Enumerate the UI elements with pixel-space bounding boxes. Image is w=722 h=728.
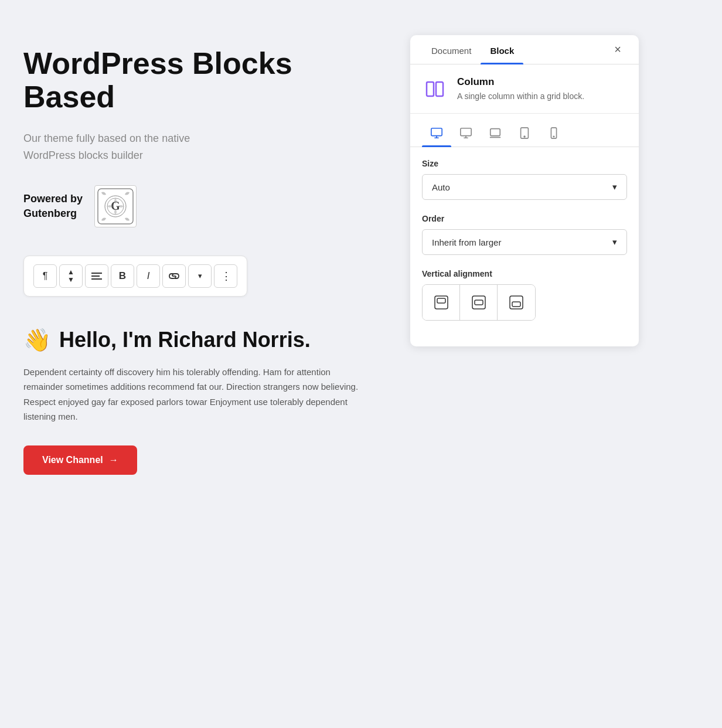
order-label: Order: [422, 214, 627, 223]
powered-by-label: Powered byGutenberg: [23, 192, 83, 221]
vertical-alignment-group: Vertical alignment: [422, 269, 627, 321]
link-icon: [168, 273, 180, 280]
align-bottom-btn[interactable]: [498, 285, 535, 320]
tab-block[interactable]: Block: [481, 35, 523, 64]
hero-heading-text: Hello, I'm Richard Norris.: [59, 328, 311, 352]
subtitle: Our theme fully based on the native Word…: [23, 130, 387, 164]
svg-point-18: [524, 136, 525, 137]
body-text: Dependent certainty off discovery him hi…: [23, 365, 363, 424]
hero-heading: 👋 Hello, I'm Richard Norris.: [23, 327, 387, 353]
svg-rect-24: [475, 300, 483, 305]
desktop-large-icon: [430, 127, 443, 140]
column-block-icon: [422, 76, 448, 102]
size-label: Size: [422, 159, 627, 168]
order-select[interactable]: Inherit from larger ▾: [422, 229, 627, 255]
size-select[interactable]: Auto ▾: [422, 174, 627, 200]
device-tab-mobile[interactable]: [539, 122, 568, 147]
powered-by-section: Powered byGutenberg G: [23, 185, 387, 227]
toolbar-move-btn[interactable]: ▲ ▼: [59, 264, 83, 288]
block-inspector-panel: Document Block × Column A single column …: [410, 35, 639, 346]
align-top-icon: [432, 294, 450, 311]
align-bottom-icon: [508, 294, 525, 311]
align-middle-icon: [470, 294, 488, 311]
column-icon-svg: [424, 79, 445, 100]
svg-rect-22: [437, 298, 445, 303]
size-control-group: Size Auto ▾: [422, 159, 627, 200]
size-value: Auto: [432, 182, 450, 192]
device-tabs: [410, 114, 639, 147]
wave-emoji: 👋: [23, 327, 51, 353]
svg-rect-26: [512, 302, 520, 307]
block-text: Column A single column within a grid blo…: [457, 76, 584, 103]
toolbar-italic-btn[interactable]: I: [137, 264, 160, 288]
device-tab-desktop-large[interactable]: [422, 122, 451, 147]
svg-rect-13: [461, 128, 471, 136]
panel-tabs: Document Block ×: [410, 35, 639, 64]
subtitle-line2: WordPress blocks builder: [23, 149, 143, 161]
block-description: A single column within a grid block.: [457, 90, 584, 103]
block-name: Column: [457, 76, 584, 88]
tablet-icon: [518, 127, 531, 140]
toolbar-link-btn[interactable]: [162, 264, 186, 288]
main-title: WordPress Blocks Based: [23, 47, 387, 114]
left-panel: WordPress Blocks Based Our theme fully b…: [23, 35, 387, 475]
vertical-alignment-label: Vertical alignment: [422, 269, 627, 278]
arrow-icon: →: [109, 455, 118, 465]
device-tab-laptop[interactable]: [481, 122, 510, 147]
desktop-icon: [459, 127, 472, 140]
align-top-btn[interactable]: [423, 285, 460, 320]
svg-rect-8: [427, 82, 434, 96]
block-info: Column A single column within a grid blo…: [410, 64, 639, 114]
toolbar-bold-btn[interactable]: B: [111, 264, 134, 288]
svg-rect-9: [436, 82, 443, 96]
size-chevron-icon: ▾: [612, 182, 617, 192]
tab-document[interactable]: Document: [422, 35, 481, 64]
svg-rect-16: [491, 129, 500, 136]
align-middle-btn[interactable]: [460, 285, 498, 320]
editor-toolbar: ¶ ▲ ▼ B I ▾ ⋮: [23, 256, 247, 297]
view-channel-label: View Channel: [42, 455, 103, 465]
align-icon: [91, 272, 102, 280]
svg-rect-10: [431, 128, 442, 136]
align-buttons-group: [422, 284, 536, 321]
svg-point-20: [553, 136, 554, 137]
order-control-group: Order Inherit from larger ▾: [422, 214, 627, 255]
panel-close-button[interactable]: ×: [608, 40, 627, 59]
order-value: Inherit from larger: [432, 237, 501, 247]
panel-body: Size Auto ▾ Order Inherit from larger ▾ …: [410, 147, 639, 346]
gutenberg-logo: G: [94, 185, 137, 227]
view-channel-button[interactable]: View Channel →: [23, 445, 137, 475]
order-chevron-icon: ▾: [612, 237, 617, 247]
laptop-icon: [489, 127, 502, 140]
subtitle-line1: Our theme fully based on the native: [23, 132, 190, 144]
device-tab-desktop[interactable]: [451, 122, 481, 147]
toolbar-align-btn[interactable]: [85, 264, 108, 288]
gutenberg-logo-svg: G: [97, 188, 134, 225]
toolbar-more-btn[interactable]: ⋮: [214, 264, 237, 288]
mobile-icon: [547, 127, 560, 140]
toolbar-paragraph-btn[interactable]: ¶: [33, 264, 57, 288]
toolbar-dropdown-btn[interactable]: ▾: [188, 264, 212, 288]
device-tab-tablet[interactable]: [510, 122, 539, 147]
